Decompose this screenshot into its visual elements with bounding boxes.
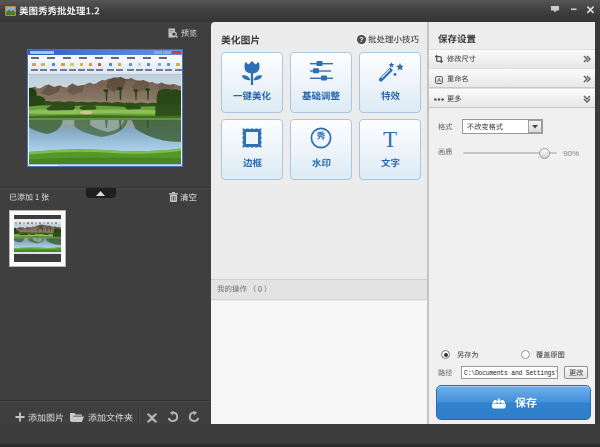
svg-text:T: T	[383, 127, 397, 151]
svg-text:?: ?	[359, 36, 363, 43]
svg-text:A: A	[437, 77, 442, 83]
